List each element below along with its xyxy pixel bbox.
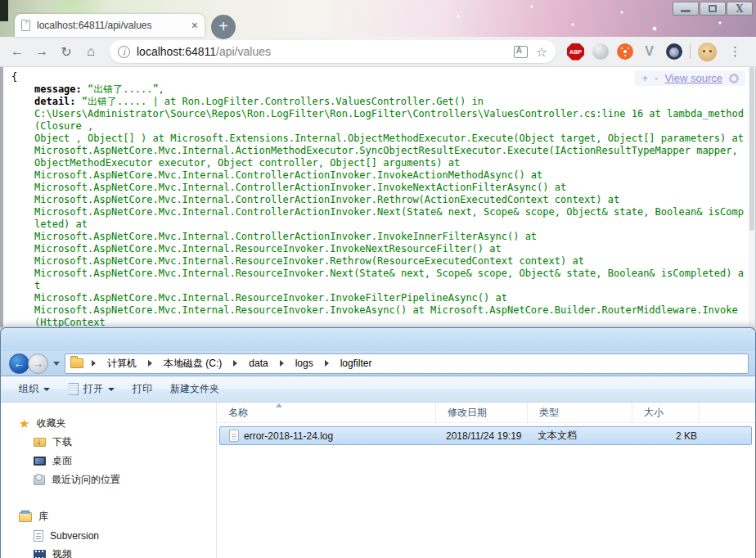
breadcrumb-separator-icon [148, 360, 152, 367]
sidebar-item-recent-places[interactable]: 最近访问的位置 [1, 470, 216, 489]
url-host: localhost:64811 [137, 45, 216, 58]
explorer-back-button[interactable]: ← [9, 353, 29, 374]
breadcrumb-local-disk-c[interactable]: 本地磁盘 (C:) [160, 355, 225, 372]
close-button[interactable]: X [727, 2, 753, 16]
address-bar[interactable]: i localhost:64811/api/values ☆ [110, 40, 556, 63]
close-icon: X [736, 3, 743, 15]
json-open-brace: { [11, 71, 744, 83]
breadcrumb-separator-icon [233, 360, 237, 367]
profile-avatar[interactable] [698, 43, 717, 61]
sidebar-gap [1, 489, 216, 507]
abp-badge: ABP [567, 43, 584, 61]
home-button[interactable]: ⌂ [80, 41, 101, 62]
screen: localhost:64811/api/values × + X ← → ↻ ⌂… [0, 0, 756, 558]
sidebar-item-downloads[interactable]: 下载 [1, 433, 216, 452]
file-row-selected[interactable]: error-2018-11-24.log 2018/11/24 19:19 文本… [219, 426, 752, 445]
dark-extension-icon[interactable] [665, 43, 682, 61]
info-icon[interactable]: i [118, 46, 130, 58]
breadcrumb-data[interactable]: data [245, 356, 271, 371]
column-header-size[interactable]: 大小 [632, 403, 700, 422]
json-viewer-controls: + - View source [635, 70, 745, 86]
page-content: + - View source { message: “出错了.....”, d… [0, 67, 756, 327]
sidebar-item-libraries[interactable]: 库 [1, 507, 216, 526]
swirl-glyph [592, 43, 609, 60]
browser-window: localhost:64811/api/values × + X ← → ↻ ⌂… [0, 0, 756, 327]
downloads-folder-icon [34, 438, 46, 447]
tab-close-icon[interactable]: × [191, 19, 198, 32]
json-body: { message: “出错了.....”, detail: “出错了.....… [3, 67, 755, 327]
expand-all-button[interactable]: + [641, 72, 648, 84]
explorer-sidebar: ★收藏夹 下载 桌面 最近访问的位置 库 Subversion 视频 [1, 403, 217, 558]
column-header-date[interactable]: 修改日期 [436, 403, 528, 422]
scrollbar-thumb[interactable] [749, 67, 754, 231]
browser-toolbar: ← → ↻ ⌂ i localhost:64811/api/values ☆ A… [0, 37, 756, 67]
minimize-icon [681, 10, 691, 12]
bookmark-star-icon[interactable]: ☆ [536, 44, 547, 60]
sidebar-item-favorites[interactable]: ★收藏夹 [1, 414, 216, 433]
json-message-key: message: [34, 83, 82, 95]
orange-extension-icon[interactable] [616, 43, 633, 61]
gear-icon[interactable] [729, 74, 739, 83]
open-label: 打开 [83, 382, 103, 396]
new-folder-button[interactable]: 新建文件夹 [170, 382, 219, 396]
explorer-forward-button[interactable]: → [28, 353, 48, 374]
explorer-titlebar [1, 328, 755, 351]
browser-tab[interactable]: localhost:64811/api/values × [15, 14, 205, 37]
back-button[interactable]: ← [7, 41, 28, 62]
explorer-window: ← → 计算机 本地磁盘 (C:) data logs logfilter 组织… [0, 327, 756, 558]
favorites-label: 收藏夹 [36, 416, 65, 430]
file-type-cell: 文本文档 [529, 429, 633, 443]
scrollbar[interactable] [749, 67, 755, 327]
tab-title: localhost:64811/api/values [37, 20, 187, 31]
explorer-toolbar: 组织 打开 打印 新建文件夹 [1, 376, 755, 403]
breadcrumb-bar[interactable]: 计算机 本地磁盘 (C:) data logs logfilter [65, 353, 749, 374]
breadcrumb-logfilter[interactable]: logfilter [337, 356, 376, 371]
window-controls: X [672, 2, 753, 16]
breadcrumb-separator-icon [280, 360, 284, 367]
swirl-extension-icon[interactable] [592, 43, 609, 61]
column-header-type[interactable]: 类型 [528, 403, 632, 422]
minimize-button[interactable] [673, 2, 699, 16]
column-headers: 名称 修改日期 类型 大小 [217, 403, 755, 423]
print-button[interactable]: 打印 [133, 382, 152, 396]
sidebar-item-desktop[interactable]: 桌面 [1, 452, 216, 470]
wallpaper-corner [0, 0, 8, 21]
breadcrumb-separator-icon [325, 360, 329, 367]
breadcrumb-computer[interactable]: 计算机 [104, 355, 140, 372]
reload-button[interactable]: ↻ [56, 41, 77, 62]
sort-ascending-icon [276, 403, 282, 407]
maximize-button[interactable] [700, 2, 726, 16]
adblock-plus-icon[interactable]: ABP [567, 43, 584, 61]
libraries-label: 库 [38, 510, 48, 524]
notepad-icon [68, 383, 79, 395]
videos-label: 视频 [52, 547, 72, 558]
star-icon: ★ [19, 416, 29, 431]
column-header-name[interactable]: 名称 [217, 403, 436, 422]
orange-glyph [617, 43, 633, 60]
desktop-icon [34, 457, 46, 466]
extensions-area: ABP V ⋮ [564, 43, 749, 61]
breadcrumb-logs[interactable]: logs [292, 356, 317, 371]
file-size-cell: 2 KB [633, 430, 697, 442]
open-button[interactable]: 打开 [68, 382, 115, 396]
print-label: 打印 [133, 382, 152, 396]
chrome-menu-icon[interactable]: ⋮ [724, 44, 746, 59]
forward-button[interactable]: → [31, 41, 52, 62]
url-text: localhost:64811/api/values [137, 45, 506, 58]
sidebar-item-subversion[interactable]: Subversion [1, 526, 216, 545]
page-favicon-icon [21, 20, 30, 31]
json-detail-key: detail: [34, 96, 76, 107]
downloads-label: 下载 [52, 435, 72, 449]
sidebar-item-videos[interactable]: 视频 [1, 545, 216, 558]
history-dropdown-icon[interactable] [53, 362, 60, 366]
toolbar-separator [690, 44, 691, 59]
organize-button[interactable]: 组织 [19, 382, 50, 396]
view-source-link[interactable]: View source [664, 72, 722, 84]
libraries-icon [19, 512, 32, 522]
new-tab-button[interactable]: + [211, 15, 236, 39]
vue-devtools-icon[interactable]: V [641, 43, 658, 61]
explorer-main: ★收藏夹 下载 桌面 最近访问的位置 库 Subversion 视频 名称 修改… [1, 403, 755, 558]
subversion-label: Subversion [50, 530, 99, 542]
collapse-all-button[interactable]: - [655, 72, 658, 84]
translate-icon[interactable] [514, 46, 528, 58]
